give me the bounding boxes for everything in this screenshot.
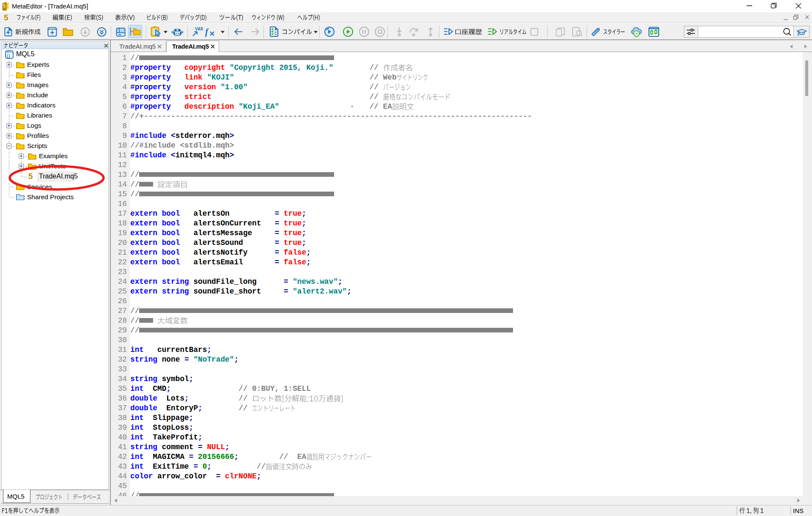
svg-text:f: f <box>205 27 209 37</box>
svg-text:VAR: VAR <box>195 27 203 31</box>
svg-text:{ }: { } <box>7 53 10 58</box>
